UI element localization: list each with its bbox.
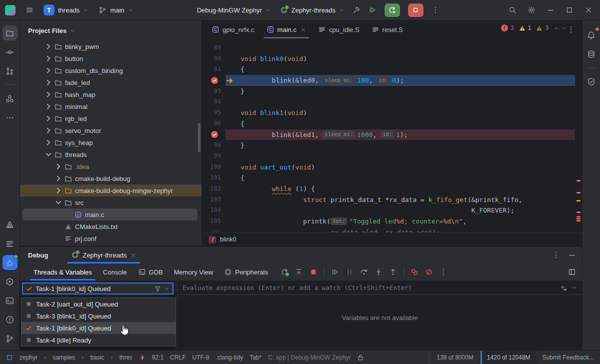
chevron-right-icon[interactable]: [54, 186, 63, 195]
settings-icon[interactable]: [522, 0, 541, 20]
more-tool-windows-tool-button[interactable]: [2, 110, 18, 125]
stripe-mark[interactable]: [576, 220, 580, 222]
minimize-button[interactable]: [541, 0, 560, 20]
status-samples[interactable]: samples: [52, 354, 75, 361]
tree-scrollbar[interactable]: [198, 123, 200, 152]
thread-option-task-4[interactable]: Task-4 [idle] Ready: [22, 334, 176, 346]
chevron-right-icon[interactable]: [44, 78, 53, 87]
module-icon[interactable]: [6, 354, 13, 361]
notifications-tool-button[interactable]: [584, 28, 599, 42]
trusted-project-tool-button[interactable]: [584, 74, 599, 89]
stripe-mark[interactable]: [576, 180, 580, 182]
stripe-mark[interactable]: [576, 212, 580, 213]
view-breakpoints-icon[interactable]: [410, 268, 418, 276]
code-text[interactable]: }: [226, 140, 575, 151]
maximize-button[interactable]: [560, 0, 579, 20]
code-text[interactable]: {: [226, 64, 575, 75]
chevron-right-icon[interactable]: [44, 138, 53, 147]
layout-settings-icon[interactable]: [568, 268, 576, 276]
inspections-widget[interactable]: ! 3 1 3: [501, 24, 567, 32]
debug-tab-gdb[interactable]: GDB: [132, 264, 168, 280]
tab-options-icon[interactable]: [567, 26, 575, 34]
close-icon[interactable]: [130, 252, 136, 258]
tree-item-custom_dts_binding[interactable]: custom_dts_binding: [20, 64, 202, 76]
tree-item-hash_map[interactable]: hash_map: [20, 88, 202, 100]
filter-icon[interactable]: [154, 286, 161, 292]
prev-problem-icon[interactable]: [554, 26, 559, 31]
chevron-down-icon[interactable]: [44, 150, 53, 159]
close-button[interactable]: [579, 0, 598, 20]
cmake-tool-button[interactable]: [2, 217, 18, 232]
tree-item-src[interactable]: src: [20, 196, 202, 208]
code-text[interactable]: [226, 96, 575, 108]
search-icon[interactable]: [503, 0, 522, 20]
add-watch-icon[interactable]: [560, 284, 566, 291]
ide-memory-indicator[interactable]: 138 of 8000M: [429, 350, 480, 364]
status-crlf[interactable]: CRLF: [170, 354, 186, 361]
code-text[interactable]: void uart_out(void): [226, 162, 575, 173]
chevron-right-icon[interactable]: [44, 102, 53, 111]
breadcrumb[interactable]: f blink0: [202, 232, 582, 246]
code-text[interactable]: [226, 42, 575, 54]
commit-tool-button[interactable]: [2, 44, 18, 60]
tree-item-main.c[interactable]: Cmain.c: [20, 208, 202, 220]
terminal-tool-button[interactable]: [2, 293, 18, 308]
status-zephyr[interactable]: zephyr: [20, 354, 38, 361]
unlocked-icon[interactable]: [357, 354, 364, 361]
code-text[interactable]: void blink0(void): [226, 54, 575, 64]
resume-icon[interactable]: [368, 6, 376, 14]
project-panel-header[interactable]: Project Files: [20, 20, 202, 40]
step-over-icon[interactable]: [360, 268, 368, 276]
error-stripe[interactable]: [575, 38, 582, 233]
stop-icon[interactable]: [310, 268, 318, 276]
hide-tool-window-icon[interactable]: [568, 251, 576, 259]
reset-frame-icon[interactable]: R: [295, 268, 303, 276]
debug-tab-console[interactable]: Console: [98, 264, 132, 280]
status-threads[interactable]: threads: [120, 354, 132, 361]
debug-tab-peripherals[interactable]: Peripherals: [218, 264, 274, 280]
tree-item-blinky_pwm[interactable]: blinky_pwm: [20, 40, 202, 52]
code-text[interactable]: K_FOREVER);: [226, 205, 575, 216]
tree-item-rgb_led[interactable]: rgb_led: [20, 112, 202, 124]
next-problem-icon[interactable]: [562, 26, 567, 31]
close-tab-icon[interactable]: [300, 27, 306, 32]
target-memory-indicator[interactable]: 1420 of 12048M: [480, 350, 536, 364]
stripe-mark[interactable]: [576, 192, 580, 194]
tree-item-cmake-build-debug-mingw-zephyr[interactable]: cmake-build-debug-mingw-zephyr: [20, 184, 202, 196]
code-text[interactable]: struct printk_data_t *rx_data = k_fifo_g…: [226, 194, 575, 206]
submit-feedback-link[interactable]: Submit Feedback...: [536, 354, 600, 361]
code-text[interactable]: }: [226, 86, 575, 97]
code-text[interactable]: printk(fmt:"Toggled led%d; counter=%d\n"…: [226, 216, 575, 227]
chevron-down-icon[interactable]: [54, 198, 63, 207]
debug-tool-button[interactable]: [2, 255, 18, 270]
mute-breakpoints-icon[interactable]: [425, 268, 433, 276]
main-menu-icon[interactable]: [26, 6, 34, 14]
step-out-icon[interactable]: [389, 268, 397, 276]
tree-item-button[interactable]: button: [20, 52, 202, 64]
chevron-down-icon[interactable]: [164, 286, 170, 292]
debug-session-tab[interactable]: Zephyr-threads: [69, 246, 138, 264]
chevron-right-icon[interactable]: [44, 90, 53, 99]
tree-item-prj.conf[interactable]: prj.conf: [20, 232, 202, 244]
stop-button[interactable]: [408, 4, 424, 17]
status-utf-8[interactable]: UTF-8: [192, 354, 209, 361]
pull-requests-tool-button[interactable]: [2, 64, 18, 78]
thread-selector[interactable]: Task-1 [blink0_id] Queued: [22, 282, 174, 294]
code-text[interactable]: blink(&led0, sleep_ms:100, id:0);: [226, 75, 575, 86]
chevron-right-icon[interactable]: [44, 54, 53, 63]
status-c-app-debug-mingw-zephyr[interactable]: C: app | Debug-MinGW Zephyr: [268, 354, 350, 361]
tree-item-fade_led[interactable]: fade_led: [20, 76, 202, 88]
chevron-right-icon[interactable]: [54, 162, 63, 171]
chevron-right-icon[interactable]: [54, 174, 63, 183]
git-tool-button[interactable]: [2, 331, 18, 346]
structure-tool-button[interactable]: [2, 91, 18, 106]
breadcrumb-function[interactable]: blink0: [220, 236, 236, 243]
code-editor[interactable]: 8990void blink0(void)91{ blink(&led0, sl…: [202, 38, 582, 233]
debug-session-selector[interactable]: Zephyr-threads: [280, 6, 344, 14]
restart-debug-button[interactable]: [384, 4, 400, 17]
tree-item-minimal[interactable]: minimal: [20, 100, 202, 112]
editor-tab-reset.S[interactable]: reset.S: [366, 20, 409, 38]
status-basic[interactable]: basic: [90, 354, 104, 361]
step-into-icon[interactable]: [374, 268, 382, 276]
tree-item-servo_motor[interactable]: servo_motor: [20, 124, 202, 136]
